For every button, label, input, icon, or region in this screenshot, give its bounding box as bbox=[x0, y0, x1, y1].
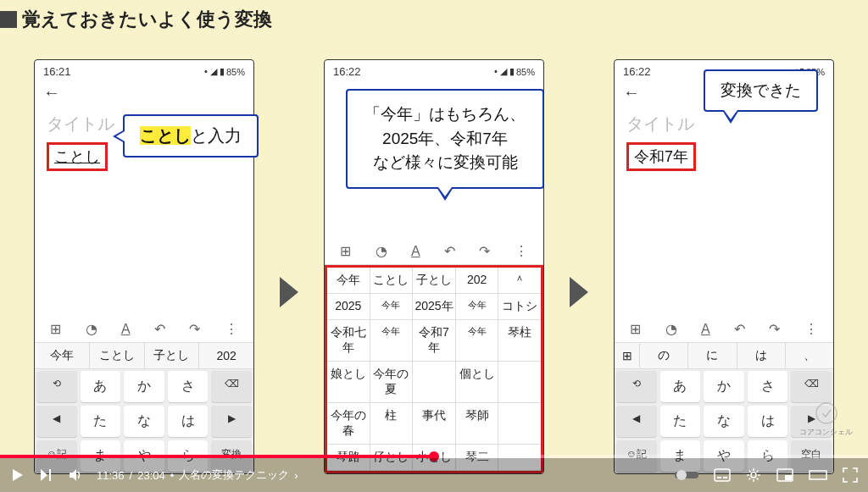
back-icon[interactable]: ← bbox=[623, 83, 640, 102]
suggestion[interactable]: 令和七年 bbox=[327, 320, 370, 361]
kb-key[interactable]: か bbox=[704, 371, 744, 402]
more-icon[interactable]: ⋮ bbox=[804, 321, 818, 337]
undo-icon[interactable]: ↶ bbox=[154, 321, 165, 337]
kb-key[interactable]: さ bbox=[748, 371, 788, 402]
redo-icon[interactable]: ↷ bbox=[479, 243, 490, 259]
suggestion[interactable]: 今年 bbox=[456, 294, 499, 319]
suggestion[interactable]: コトシ bbox=[498, 294, 541, 319]
slide-title-bar: 覚えておきたいよく使う変換 bbox=[0, 7, 272, 32]
suggestion[interactable]: 琴柱 bbox=[498, 320, 541, 361]
format-icon[interactable]: A bbox=[121, 322, 131, 337]
channel-watermark[interactable]: コアコンシェル bbox=[799, 401, 853, 438]
kb-key[interactable]: な bbox=[704, 406, 744, 437]
suggestion[interactable]: 今年 bbox=[370, 320, 414, 361]
slide-title: 覚えておきたいよく使う変換 bbox=[22, 7, 272, 32]
editor-toolbar: ⊞ ◔ A ↶ ↷ ⋮ bbox=[35, 316, 253, 343]
play-button[interactable] bbox=[10, 467, 25, 483]
suggestion[interactable]: 事代 bbox=[413, 403, 456, 444]
kb-key[interactable]: た bbox=[81, 406, 121, 437]
kb-key[interactable]: ⌫ bbox=[211, 371, 252, 402]
kb-key[interactable]: ⌫ bbox=[791, 371, 832, 402]
undo-icon[interactable]: ↶ bbox=[444, 243, 455, 259]
more-icon[interactable]: ⋮ bbox=[515, 243, 528, 259]
kb-key[interactable]: ⟲ bbox=[616, 371, 657, 402]
palette-icon[interactable]: ◔ bbox=[665, 321, 677, 337]
suggestion[interactable]: ことし bbox=[90, 343, 145, 368]
kb-key[interactable]: な bbox=[124, 406, 164, 437]
suggestion[interactable] bbox=[413, 362, 456, 402]
suggestion[interactable]: 今年 bbox=[370, 294, 414, 319]
suggestion[interactable]: 娘とし bbox=[327, 362, 370, 402]
kb-key[interactable]: た bbox=[660, 406, 701, 437]
suggestion[interactable]: 今年 bbox=[327, 268, 370, 293]
suggestion[interactable]: 202 bbox=[199, 344, 253, 368]
plus-icon[interactable]: ⊞ bbox=[340, 243, 351, 259]
volume-button[interactable] bbox=[68, 467, 83, 483]
theater-button[interactable] bbox=[809, 468, 827, 482]
more-icon[interactable]: ⋮ bbox=[225, 321, 238, 337]
suggestion[interactable]: 柱 bbox=[370, 403, 414, 444]
palette-icon[interactable]: ◔ bbox=[376, 243, 387, 259]
svg-marker-1 bbox=[13, 469, 23, 481]
plus-icon[interactable]: ⊞ bbox=[50, 321, 61, 337]
suggestion[interactable]: は bbox=[737, 343, 786, 368]
suggestion[interactable]: 2025 bbox=[327, 294, 370, 319]
suggestion[interactable]: 、 bbox=[786, 343, 833, 368]
kb-key[interactable]: ◀ bbox=[616, 406, 657, 437]
suggestion[interactable]: 202 bbox=[456, 268, 499, 293]
kb-key[interactable]: ⟲ bbox=[36, 371, 77, 402]
kb-key[interactable]: は bbox=[748, 406, 788, 437]
suggestion[interactable]: ことし bbox=[370, 268, 414, 293]
kb-key[interactable]: あ bbox=[660, 371, 701, 402]
autoplay-toggle[interactable] bbox=[675, 469, 698, 481]
kb-key[interactable]: ▶ bbox=[211, 406, 252, 437]
suggestion[interactable]: 子とし bbox=[145, 343, 200, 368]
suggestion[interactable]: 今年 bbox=[35, 343, 90, 368]
suggestion-row: 今年 ことし 子とし 202 bbox=[35, 343, 253, 369]
plus-icon[interactable]: ⊞ bbox=[630, 321, 641, 337]
suggestion[interactable]: 2025年 bbox=[413, 294, 456, 319]
arrow-icon bbox=[570, 277, 588, 307]
chapter-title[interactable]: 人名の変換テクニック bbox=[179, 467, 289, 483]
kb-key[interactable]: あ bbox=[81, 371, 121, 402]
callout-result: 変換できた bbox=[704, 69, 818, 112]
suggestion[interactable]: 令和7年 bbox=[413, 320, 456, 361]
suggestion[interactable]: 個とし bbox=[456, 362, 499, 402]
suggestion[interactable] bbox=[498, 362, 541, 402]
editor-toolbar: ⊞ ◔ A ↶ ↷ ⋮ bbox=[615, 316, 833, 343]
redo-icon[interactable]: ↷ bbox=[189, 321, 200, 337]
suggestion[interactable] bbox=[498, 403, 541, 444]
next-button[interactable] bbox=[39, 467, 54, 483]
suggestion[interactable]: の bbox=[640, 343, 688, 368]
suggestion[interactable]: 琴師 bbox=[456, 403, 499, 444]
kb-key[interactable]: ◀ bbox=[36, 406, 77, 437]
arrow-icon bbox=[280, 277, 298, 307]
back-icon[interactable]: ← bbox=[43, 83, 60, 102]
nav-row: ← bbox=[35, 80, 253, 106]
undo-icon[interactable]: ↶ bbox=[734, 321, 745, 337]
suggestion[interactable]: 今年の春 bbox=[327, 403, 370, 444]
suggestion[interactable]: 今年の夏 bbox=[370, 362, 414, 402]
redo-icon[interactable]: ↷ bbox=[769, 321, 780, 337]
format-icon[interactable]: A bbox=[411, 244, 420, 259]
miniplayer-button[interactable] bbox=[776, 468, 793, 482]
grid-icon[interactable]: ⊞ bbox=[615, 344, 640, 368]
chevron-right-icon[interactable]: › bbox=[294, 469, 298, 482]
kb-key[interactable]: は bbox=[168, 406, 209, 437]
kb-key[interactable]: さ bbox=[168, 371, 209, 402]
suggestion-row: ⊞ の に は 、 bbox=[615, 343, 833, 369]
captions-button[interactable] bbox=[714, 468, 731, 482]
status-icons: • ◢ ▮ 85% bbox=[494, 65, 535, 78]
fullscreen-button[interactable] bbox=[843, 467, 858, 483]
clock: 16:22 bbox=[333, 65, 361, 78]
kb-key[interactable]: か bbox=[124, 371, 164, 402]
suggestion[interactable]: 子とし bbox=[413, 268, 456, 293]
palette-icon[interactable]: ◔ bbox=[86, 321, 97, 337]
svg-rect-7 bbox=[715, 469, 730, 481]
settings-button[interactable] bbox=[746, 467, 761, 483]
suggestion[interactable]: に bbox=[688, 343, 737, 368]
format-icon[interactable]: A bbox=[701, 322, 710, 337]
svg-rect-8 bbox=[717, 477, 721, 478]
suggestion[interactable]: 今年 bbox=[456, 320, 499, 361]
collapse-icon[interactable]: ＾ bbox=[498, 268, 541, 293]
